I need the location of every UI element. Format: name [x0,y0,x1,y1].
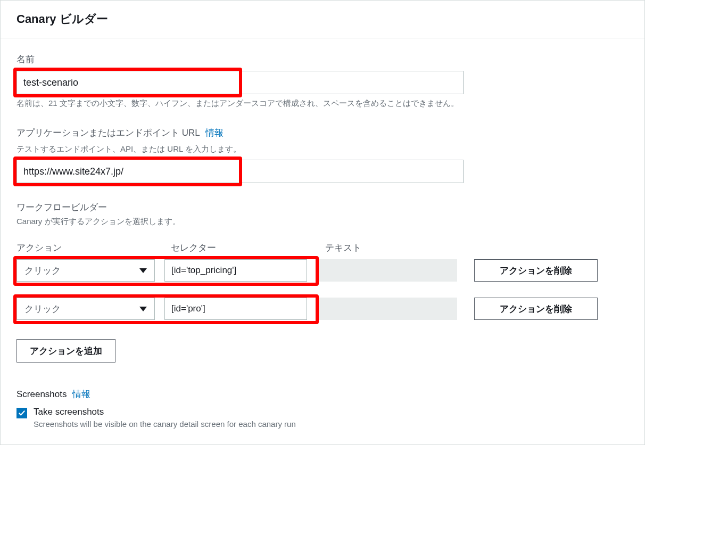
name-field-group: 名前 名前は、21 文字までの小文字、数字、ハイフン、またはアンダースコアで構成… [16,53,628,109]
name-input[interactable] [16,71,464,94]
url-label-row: アプリケーションまたはエンドポイント URL 情報 [16,127,628,139]
panel-header: Canary ビルダー [1,1,644,38]
checkbox-text-col: Take screenshots Screenshots will be vis… [34,407,296,429]
screenshots-info-link[interactable]: 情報 [72,388,90,400]
url-info-link[interactable]: 情報 [205,127,224,139]
name-highlight [16,71,628,94]
workflow-row: クリック アクションを削除 [16,298,628,320]
url-hint: テストするエンドポイント、API、または URL を入力します。 [16,144,628,154]
screenshots-checkbox-row: Take screenshots Screenshots will be vis… [16,407,628,429]
workflow-row: クリック アクションを削除 [16,259,628,282]
selector-input[interactable] [164,298,307,320]
screenshots-label-row: Screenshots 情報 [16,388,628,400]
name-label: 名前 [16,53,628,65]
screenshots-checkbox-label: Take screenshots [34,407,296,417]
name-hint: 名前は、21 文字までの小文字、数字、ハイフン、またはアンダースコアで構成され、… [16,98,628,109]
text-input-disabled [317,259,457,282]
panel-title: Canary ビルダー [16,11,628,27]
workflow-column-headers: アクション セレクター テキスト [16,242,628,254]
workflow-title: ワークフロービルダー [16,201,628,213]
chevron-down-icon [139,268,147,273]
delete-action-button[interactable]: アクションを削除 [474,259,598,282]
selector-input[interactable] [164,259,307,282]
screenshots-checkbox-hint: Screenshots will be visible on the canar… [34,419,296,429]
url-input[interactable] [16,160,464,183]
chevron-down-icon [139,307,147,311]
col-selector-header: セレクター [171,242,325,254]
row-highlight: クリック [16,259,317,282]
col-text-header: テキスト [325,242,479,254]
col-action-header: アクション [16,242,171,254]
screenshots-checkbox[interactable] [16,408,27,418]
check-icon [18,409,26,417]
action-select-value: クリック [24,265,61,277]
workflow-section: ワークフロービルダー Canary が実行するアクションを選択します。 アクショ… [16,201,628,363]
action-select[interactable]: クリック [16,259,155,282]
action-select-value: クリック [24,303,61,315]
text-input-disabled [317,298,457,320]
row-highlight: クリック [16,298,317,320]
url-highlight [16,160,628,183]
add-action-button[interactable]: アクションを追加 [16,339,115,363]
canary-builder-panel: Canary ビルダー 名前 名前は、21 文字までの小文字、数字、ハイフン、ま… [0,0,645,445]
url-label: アプリケーションまたはエンドポイント URL [16,127,200,139]
panel-body: 名前 名前は、21 文字までの小文字、数字、ハイフン、またはアンダースコアで構成… [1,38,644,444]
screenshots-label: Screenshots [16,389,67,400]
url-field-group: アプリケーションまたはエンドポイント URL 情報 テストするエンドポイント、A… [16,127,628,183]
screenshots-section: Screenshots 情報 Take screenshots Screensh… [16,388,628,429]
delete-action-button[interactable]: アクションを削除 [474,298,598,320]
workflow-hint: Canary が実行するアクションを選択します。 [16,217,628,227]
action-select[interactable]: クリック [16,298,155,320]
